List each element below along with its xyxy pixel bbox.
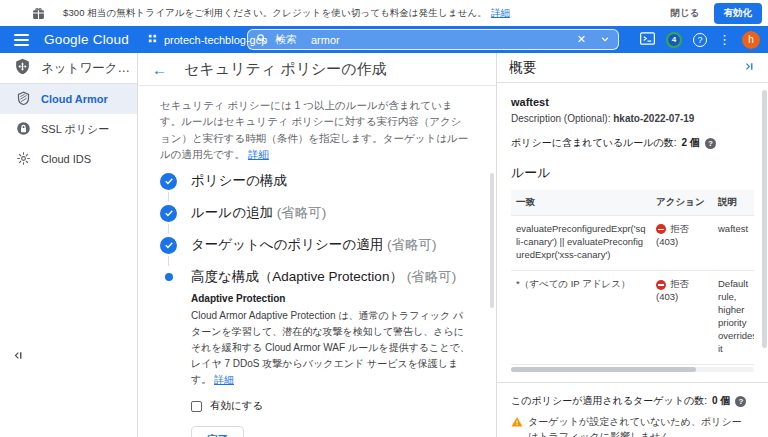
targets-value: 0 個 [712, 394, 730, 408]
sidebar-item-cloud-armor[interactable]: Cloud Armor [0, 84, 137, 114]
rules-table: 一致 アクション 説明 優先度 evaluatePreconfiguredExp… [511, 190, 754, 365]
rule-action: 拒否 (403) [651, 216, 713, 271]
google-cloud-logo[interactable]: Google Cloud [44, 32, 129, 47]
enable-checkbox[interactable] [191, 401, 202, 412]
trial-banner-text: $300 相当の無料トライアルをご利用ください。クレジットを使い切っても料金は発… [63, 7, 487, 20]
table-row[interactable]: *（すべての IP アドレス） 拒否 (403) Default rule, h… [511, 271, 754, 365]
rule-match: *（すべての IP アドレス） [511, 271, 651, 365]
description-value: hkato-2022-07-19 [613, 113, 694, 124]
warning-icon [511, 416, 523, 428]
search-clear-icon[interactable]: ✕ [577, 33, 586, 46]
action-label: 拒否 [670, 223, 689, 236]
rule-description: Default rule, higher priority overrides … [713, 271, 754, 365]
check-circle-icon [160, 173, 177, 190]
details-link[interactable]: 詳細 [248, 148, 269, 160]
adaptive-protection-section: Adaptive Protection Cloud Armor Adaptive… [191, 293, 472, 437]
details-link[interactable]: 詳細 [214, 374, 234, 385]
help-icon[interactable]: ? [735, 396, 746, 407]
ssl-policy-icon [16, 121, 31, 138]
action-code: (403) [656, 236, 708, 249]
app-bar: Google Cloud protech-techblog-gcp ▼ 検索 a… [0, 26, 768, 53]
enable-checkbox-row[interactable]: 有効にする [191, 399, 472, 413]
cloud-armor-icon [16, 91, 31, 108]
search-label: 検索 [275, 32, 297, 47]
table-row[interactable]: evaluatePreconfiguredExpr('sqli-canary')… [511, 216, 754, 271]
targets-count-line: このポリシーが適用されるターゲットの数: 0 個 ? [511, 394, 754, 408]
back-arrow-icon[interactable]: ← [152, 61, 167, 78]
rule-action: 拒否 (403) [651, 271, 713, 365]
step-label: ポリシーの構成 [191, 172, 287, 190]
check-circle-icon [160, 205, 177, 222]
project-icon [147, 33, 158, 46]
sidebar-item-cloud-ids[interactable]: Cloud IDS [0, 144, 137, 174]
step-optional-text: (省略可) [277, 205, 327, 220]
rule-count-value: 2 個 [682, 136, 700, 150]
step-connector [168, 256, 472, 266]
rule-count-line: ポリシーに含まれているルールの数: 2 個 ? [511, 136, 754, 150]
step-apply-targets[interactable]: ターゲットへのポリシーの適用 (省略可) [160, 236, 472, 254]
collapse-panel-icon[interactable] [743, 59, 756, 77]
divider [497, 382, 768, 383]
sidebar-item-ssl-policies[interactable]: SSL ポリシー [0, 114, 137, 144]
step-advanced-config[interactable]: 高度な構成（Adaptive Protection） (省略可) [160, 268, 472, 286]
enable-checkbox-label: 有効にする [210, 399, 263, 413]
step-add-rules[interactable]: ルールの追加 (省略可) [160, 204, 472, 222]
no-target-warning: ターゲットが設定されていないため、ポリシーはトラフィックに影響しません [511, 415, 749, 437]
step-configure-policy[interactable]: ポリシーの構成 [160, 172, 472, 190]
collapse-sidebar-icon[interactable] [12, 349, 25, 362]
search-input[interactable]: 検索 armor ✕ [247, 29, 619, 50]
table-horizontal-scrollbar[interactable] [511, 367, 754, 372]
rules-table-container: 一致 アクション 説明 優先度 evaluatePreconfiguredExp… [511, 190, 754, 365]
sidebar-item-label: Cloud Armor [41, 93, 108, 105]
overview-scrollbar[interactable] [762, 90, 767, 348]
step-label-text: 高度な構成（Adaptive Protection） [191, 269, 403, 284]
sidebar: ネットワーク セキュ... Cloud Armor SSL ポリシー Cloud… [0, 53, 138, 437]
col-action: アクション [651, 190, 713, 216]
sidebar-header: ネットワーク セキュ... [0, 53, 137, 84]
action-code: (403) [656, 291, 708, 304]
help-icon[interactable]: ? [693, 33, 707, 47]
trial-details-link[interactable]: 詳細 [491, 7, 510, 20]
search-icon [256, 33, 267, 46]
col-description: 説明 [713, 190, 754, 216]
step-label: 高度な構成（Adaptive Protection） (省略可) [191, 268, 456, 286]
menu-icon[interactable] [6, 34, 36, 46]
rule-match: evaluatePreconfiguredExpr('sqli-canary')… [511, 216, 651, 271]
banner-activate-button[interactable]: 有効化 [714, 3, 763, 24]
step-optional-text: (省略可) [387, 237, 437, 252]
overflow-menu-icon[interactable]: ⋮ [718, 32, 731, 47]
step-label: ルールの追加 (省略可) [191, 204, 326, 222]
main-scrollbar[interactable] [490, 173, 494, 308]
rules-table-header-row: 一致 アクション 説明 優先度 [511, 190, 754, 216]
search-expand-icon[interactable] [600, 34, 610, 46]
rules-heading: ルール [511, 164, 754, 182]
warning-text: ターゲットが設定されていないため、ポリシーはトラフィックに影響しません [528, 415, 749, 437]
rule-description: waftest [713, 216, 754, 271]
sidebar-item-label: Cloud IDS [41, 153, 91, 165]
deny-icon [656, 280, 666, 290]
step-label-text: ターゲットへのポリシーの適用 [191, 237, 383, 252]
page-header: ← セキュリティ ポリシーの作成 [138, 53, 496, 86]
adaptive-protection-description: Cloud Armor Adaptive Protection は、通常のトラフ… [191, 308, 472, 388]
step-connector [168, 224, 472, 234]
done-button[interactable]: 完了 [191, 426, 244, 437]
policy-description-text: セキュリティ ポリシーには 1 つ以上のルールが含まれています。ルールはセキュリ… [160, 99, 468, 160]
overview-title: 概要 [509, 59, 536, 77]
avatar[interactable]: h [742, 31, 760, 49]
cloud-shell-icon[interactable] [640, 31, 655, 49]
gift-icon [32, 7, 45, 20]
step-connector [168, 192, 472, 202]
policy-description-line: Description (Optional): hkato-2022-07-19 [511, 113, 754, 124]
network-security-icon [14, 58, 31, 79]
description-label: Description (Optional): [511, 113, 610, 124]
help-icon[interactable]: ? [705, 138, 716, 149]
policy-name: waftest [511, 96, 754, 108]
action-label: 拒否 [670, 278, 689, 291]
sidebar-title: ネットワーク セキュ... [41, 60, 133, 77]
banner-close-button[interactable]: 閉じる [671, 7, 700, 20]
active-step-dot-icon [160, 273, 177, 281]
step-label-text: ルールの追加 [191, 205, 273, 220]
search-value: armor [311, 34, 340, 46]
check-circle-icon [160, 237, 177, 254]
notifications-badge[interactable]: 4 [666, 32, 682, 48]
